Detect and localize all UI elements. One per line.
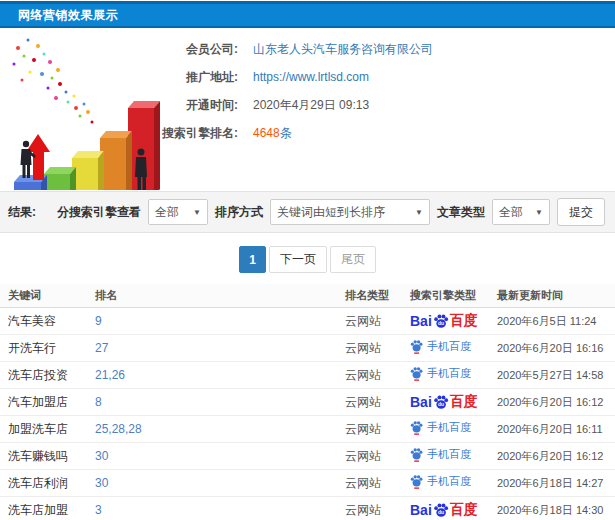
engine-filter-value: 全部 [155, 204, 179, 221]
baidu-pc-logo: Bai du 百度 [410, 312, 478, 330]
header-keyword: 关键词 [0, 288, 95, 303]
table-row: 加盟洗车店 25,28,28 云网站 手机百度 2020年6月20日 16:11 [0, 416, 615, 443]
keyword-cell: 汽车加盟店 [0, 394, 95, 411]
bar-orange [100, 131, 132, 190]
rank-type-cell: 云网站 [345, 421, 410, 438]
header-updated: 最新更新时间 [497, 288, 615, 303]
keyword-cell: 洗车店利润 [0, 475, 95, 492]
filter-bar: 结果: 分搜索引擎查看 全部 ▼ 排序方式 关键词由短到长排序 ▼ 文章类型 全… [0, 191, 615, 233]
rank-link[interactable]: 30 [95, 449, 108, 463]
table-row: 开洗车行 27 云网站 手机百度 2020年6月20日 16:16 [0, 335, 615, 362]
pagination: 1 下一页 尾页 [0, 246, 615, 273]
mobile-engine-name: 手机百度 [427, 447, 471, 462]
header-rank-type: 排名类型 [345, 288, 410, 303]
engine-filter-select[interactable]: 全部 ▼ [148, 199, 208, 225]
open-time-value: 2020年4月29日 09:13 [253, 97, 369, 114]
table-header-row: 关键词 排名 排名类型 搜索引擎类型 最新更新时间 [0, 284, 615, 308]
table-row: 汽车加盟店 8 云网站 Bai du 百度 2020年6月20日 16:12 [0, 389, 615, 416]
mobile-engine-name: 手机百度 [427, 366, 471, 381]
keyword-cell: 洗车店投资 [0, 367, 95, 384]
updated-cell: 2020年6月20日 16:12 [497, 395, 615, 410]
baidu-wordmark-chinese: 百度 [450, 393, 478, 411]
promo-url-label: 推广地址: [130, 69, 238, 86]
baidu-wordmark-bai: Bai [410, 502, 432, 518]
mobile-baidu-paw-icon [410, 474, 423, 489]
baidu-wordmark-chinese: 百度 [450, 312, 478, 330]
table-row: 洗车店利润 30 云网站 手机百度 2020年6月18日 14:27 [0, 470, 615, 497]
mobile-engine-name: 手机百度 [427, 420, 471, 435]
company-info-fields: 会员公司: 山东老人头汽车服务咨询有限公司 推广地址: https://www.… [130, 40, 433, 152]
rank-link[interactable]: 8 [95, 395, 102, 409]
page-title: 网络营销效果展示 [18, 7, 118, 24]
table-body: 汽车美容 9 云网站 Bai du 百度 2020年6月5日 11:24 开洗车… [0, 308, 615, 520]
ranking-table: 关键词 排名 排名类型 搜索引擎类型 最新更新时间 汽车美容 9 云网站 Bai… [0, 284, 615, 520]
info-panel: 会员公司: 山东老人头汽车服务咨询有限公司 推广地址: https://www.… [0, 28, 615, 191]
page-1-button[interactable]: 1 [239, 246, 266, 273]
open-time-row: 开通时间: 2020年4月29日 09:13 [130, 96, 433, 114]
updated-cell: 2020年6月5日 11:24 [497, 314, 615, 329]
mobile-engine-name: 手机百度 [427, 474, 471, 489]
page: 网络营销效果展示 [0, 0, 615, 520]
submit-button[interactable]: 提交 [557, 198, 605, 226]
baidu-wordmark-chinese: 百度 [450, 501, 478, 519]
engine-cell: 手机百度 [410, 420, 497, 438]
type-filter-value: 全部 [499, 204, 523, 221]
rank-link[interactable]: 27 [95, 341, 108, 355]
member-company-row: 会员公司: 山东老人头汽车服务咨询有限公司 [130, 40, 433, 58]
rank-type-cell: 云网站 [345, 394, 410, 411]
rank-count: 4648 [253, 126, 280, 140]
table-row: 洗车店投资 21,26 云网站 手机百度 2020年5月27日 14:58 [0, 362, 615, 389]
keyword-cell: 汽车美容 [0, 313, 95, 330]
rank-type-cell: 云网站 [345, 367, 410, 384]
engine-cell: Bai du 百度 [410, 501, 497, 519]
type-filter-select[interactable]: 全部 ▼ [492, 199, 550, 225]
baidu-wordmark-du: du [438, 510, 444, 515]
results-label: 结果: [8, 204, 36, 221]
baidu-mobile-logo: 手机百度 [410, 447, 471, 462]
updated-cell: 2020年6月20日 16:16 [497, 341, 615, 356]
rank-unit: 条 [280, 126, 292, 140]
open-time-label: 开通时间: [130, 97, 238, 114]
rank-link[interactable]: 25,28,28 [95, 422, 142, 436]
baidu-wordmark-du: du [438, 402, 444, 407]
keyword-cell: 开洗车行 [0, 340, 95, 357]
rank-link[interactable]: 30 [95, 476, 108, 490]
confetti-dots [13, 39, 94, 124]
page-header: 网络营销效果展示 [0, 1, 615, 28]
baidu-mobile-logo: 手机百度 [410, 474, 471, 489]
sort-filter-select[interactable]: 关键词由短到长排序 ▼ [270, 199, 430, 225]
header-engine-type: 搜索引擎类型 [410, 288, 497, 303]
baidu-paw-icon: du [433, 313, 449, 329]
updated-cell: 2020年5月27日 14:58 [497, 368, 615, 383]
chevron-down-icon: ▼ [415, 208, 423, 217]
engine-cell: 手机百度 [410, 447, 497, 465]
type-filter-label: 文章类型 [437, 204, 485, 221]
rank-type-cell: 云网站 [345, 448, 410, 465]
promo-url-link[interactable]: https://www.lrtlsd.com [253, 70, 369, 84]
sort-filter-label: 排序方式 [215, 204, 263, 221]
engine-rank-row: 搜索引擎排名: 4648条 [130, 124, 433, 142]
baidu-paw-icon: du [433, 394, 449, 410]
rank-link[interactable]: 21,26 [95, 368, 125, 382]
bar-yellow [72, 151, 104, 190]
member-company-link[interactable]: 山东老人头汽车服务咨询有限公司 [253, 41, 433, 58]
sort-filter-value: 关键词由短到长排序 [277, 204, 385, 221]
bar-green [44, 167, 76, 190]
table-row: 洗车赚钱吗 30 云网站 手机百度 2020年6月20日 16:12 [0, 443, 615, 470]
baidu-wordmark-bai: Bai [410, 394, 432, 410]
updated-cell: 2020年6月18日 14:27 [497, 476, 615, 491]
rank-type-cell: 云网站 [345, 502, 410, 519]
engine-rank-value: 4648条 [253, 125, 292, 142]
baidu-pc-logo: Bai du 百度 [410, 393, 478, 411]
baidu-wordmark-du: du [438, 321, 444, 326]
rank-type-cell: 云网站 [345, 313, 410, 330]
last-page-button[interactable]: 尾页 [330, 246, 376, 273]
next-page-button[interactable]: 下一页 [269, 246, 327, 273]
mobile-baidu-paw-icon [410, 366, 423, 381]
baidu-pc-logo: Bai du 百度 [410, 501, 478, 519]
chevron-down-icon: ▼ [535, 208, 543, 217]
rank-link[interactable]: 3 [95, 503, 102, 517]
promo-url-row: 推广地址: https://www.lrtlsd.com [130, 68, 433, 86]
rank-link[interactable]: 9 [95, 314, 102, 328]
updated-cell: 2020年6月20日 16:11 [497, 422, 615, 437]
